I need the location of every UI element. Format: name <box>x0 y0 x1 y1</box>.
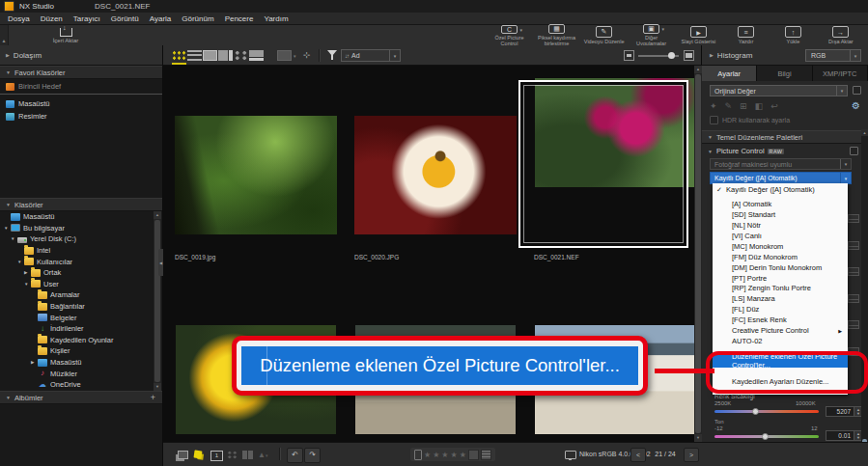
menu-option[interactable]: [LS] Manzara <box>713 293 848 304</box>
wand-icon[interactable]: ✦ <box>710 101 717 111</box>
protect-icon[interactable] <box>468 450 479 460</box>
star-icon[interactable]: ★ <box>460 451 466 459</box>
tree-expand-icon[interactable] <box>11 236 17 241</box>
fullscreen-icon[interactable]: ⊹ <box>301 50 312 61</box>
toolbar-button[interactable]: Slayt Gösterisi <box>675 26 722 44</box>
albums-header[interactable]: ▼ Albümler + <box>0 391 162 404</box>
rating-control[interactable]: ★ ★ ★ ★ ★ <box>410 448 495 461</box>
toolbar-button[interactable]: Özel Picture Control <box>486 26 533 44</box>
temperature-slider-handle[interactable] <box>752 408 759 415</box>
rotate-right-button[interactable]: ↷ <box>304 448 321 463</box>
tint-slider-handle[interactable] <box>762 433 769 440</box>
toolbar-button[interactable]: Dışa Aktar <box>817 26 864 44</box>
revert-icon[interactable]: ↩ <box>770 101 778 111</box>
tree-expand-icon[interactable] <box>24 270 31 275</box>
menu-option-creative[interactable]: Creative Picture Control ▶ <box>713 325 848 336</box>
copy-adjustments-icon[interactable]: ⊞ <box>740 101 747 111</box>
sort-dropdown[interactable]: ↓↑ Ad ▾ <box>341 49 401 62</box>
list-view-icon[interactable] <box>187 50 202 61</box>
preset-dropdown[interactable]: Orijinal Değer ▾ <box>710 85 848 96</box>
tab-xmp-iptc[interactable]: XMP/IPTC <box>813 66 868 81</box>
menu-item[interactable]: Tarayıcı <box>73 14 100 23</box>
multi-view-icon[interactable] <box>234 50 248 61</box>
folder-tree-item[interactable]: Yerel Disk (C:) <box>0 233 162 245</box>
picture-control-section[interactable]: ▼ Picture Control RAW <box>708 147 860 155</box>
clear-rating-icon[interactable] <box>414 450 422 460</box>
compare-caret-icon[interactable]: ▾ <box>294 53 296 59</box>
import-button[interactable]: İçeri Aktar <box>44 26 87 44</box>
tab-bilgi[interactable]: Bilgi <box>757 66 812 81</box>
menu-option[interactable]: [PT] Portre <box>713 273 848 284</box>
menu-item[interactable]: Pencere <box>225 14 254 23</box>
thumbnail-image[interactable] <box>175 116 337 234</box>
histogram-section[interactable]: ▶ Histogram RGB ▾ <box>702 45 868 66</box>
single-view-icon[interactable] <box>203 50 217 61</box>
menu-option[interactable]: [VI] Canlı <box>713 231 848 241</box>
menu-option-checked[interactable]: ✓ Kayıtlı Değer ([A] Otomatik) <box>713 183 848 196</box>
star-icon[interactable]: ★ <box>451 451 458 459</box>
value-spinner[interactable] <box>848 214 859 223</box>
menu-option[interactable]: [RP] Zengin Tonlu Portre <box>713 284 848 294</box>
toolbar-button[interactable]: Diğer Uygulamalar <box>628 26 675 44</box>
label-icon[interactable] <box>481 450 491 460</box>
filter-icon[interactable] <box>327 50 337 56</box>
sidebar-section-navigation[interactable]: ▶ Dolaşım <box>0 45 163 66</box>
grid-compare-icon[interactable] <box>227 451 238 459</box>
folder-tree-item[interactable]: User <box>0 279 162 290</box>
folder-tree-item[interactable]: Kişiler <box>0 345 162 357</box>
tree-expand-icon[interactable] <box>31 360 38 365</box>
label-tags-icon[interactable] <box>193 450 202 458</box>
scrollbar-thumb[interactable] <box>695 74 701 433</box>
folder-tree-item[interactable]: Bağlantılar <box>0 301 162 313</box>
scroll-down-icon[interactable]: ▼ <box>154 383 161 391</box>
thumbnail-size-slider-handle[interactable] <box>668 52 675 59</box>
value-spinner[interactable] <box>848 267 859 276</box>
toolbar-collapse-arrow-icon[interactable]: ▲ <box>0 25 9 45</box>
compare-view-icon[interactable] <box>277 50 292 61</box>
menu-item[interactable]: Görüntü <box>111 14 139 23</box>
hdr-checkbox[interactable] <box>710 116 718 124</box>
favorite-item[interactable]: Resimler <box>0 110 162 123</box>
histogram-channel-dropdown[interactable]: RGB ▾ <box>805 49 861 62</box>
favorite-item[interactable]: Birincil Hedef <box>0 79 162 95</box>
paste-adjustments-icon[interactable]: ◧ <box>755 101 764 111</box>
settings-gear-icon[interactable]: ⚙ <box>852 100 860 111</box>
value-spinner[interactable] <box>848 241 859 250</box>
folder-tree-item[interactable]: Bu bilgisayar <box>0 223 162 234</box>
menu-item[interactable]: Ayarla <box>150 14 172 23</box>
folder-tree-item[interactable]: Intel <box>0 245 162 257</box>
thumbnail-cell[interactable]: DSC_0021.NEF <box>525 72 705 319</box>
scroll-up-icon[interactable]: ▲ <box>861 129 868 136</box>
folder-tree-item[interactable]: Aramalar <box>0 289 162 301</box>
value-spinner[interactable] <box>848 294 859 303</box>
thumbnail-image[interactable] <box>535 78 695 187</box>
scroll-up-icon[interactable]: ▲ <box>694 66 702 73</box>
toolbar-button[interactable]: Videoyu Düzenle <box>580 26 628 44</box>
picture-control-checkbox[interactable] <box>850 147 858 155</box>
menu-option[interactable]: [MC] Monokrom <box>713 241 848 252</box>
menu-item[interactable]: Dosya <box>8 14 30 23</box>
add-album-button[interactable]: + <box>151 393 155 402</box>
folder-tree-item[interactable]: Ortak <box>0 267 162 279</box>
toolbar-button[interactable]: Yükle <box>770 26 817 44</box>
tint-value[interactable]: 0.01 <box>826 430 854 441</box>
favorite-item[interactable]: Masaüstü <box>0 97 162 110</box>
image-info-view-icon[interactable] <box>218 50 233 61</box>
stack-view-icon[interactable] <box>178 451 188 459</box>
tab-ayarlar[interactable]: Ayarlar <box>702 66 757 81</box>
menu-option[interactable]: [A] Otomatik <box>713 199 848 209</box>
scrollbar-thumb[interactable] <box>154 220 160 382</box>
toolbar-button[interactable]: Piksel kaydırma birleştirme <box>533 26 580 44</box>
menu-option[interactable]: [FM] Düz Monokrom <box>713 252 848 262</box>
thumbnail-larger-icon[interactable] <box>684 50 694 61</box>
browser-scrollbar[interactable]: ▲ ▼ <box>694 66 702 442</box>
tree-expand-icon[interactable] <box>24 282 31 287</box>
menu-option-auto02[interactable]: AUTO-02 <box>713 336 848 346</box>
temperature-slider[interactable] <box>714 410 819 413</box>
toolbar-button[interactable]: Yazdır <box>722 26 770 44</box>
camera-compatible-dropdown[interactable]: Fotoğraf makinesi uyumlu ▾ <box>710 158 852 170</box>
filmstrip-view-icon[interactable] <box>249 50 264 61</box>
menu-option[interactable]: [SD] Standart <box>713 209 848 220</box>
grid-view-icon[interactable] <box>172 50 186 61</box>
folder-tree-item[interactable]: Kullanıcılar <box>0 256 162 267</box>
